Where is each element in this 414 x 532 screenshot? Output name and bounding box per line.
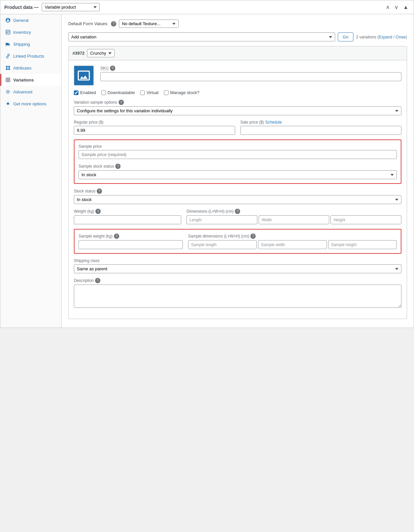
sample-weight-label: Sample weight (kg) xyxy=(78,234,113,239)
product-data-body: General Inventory Shipping Linked Produc… xyxy=(0,14,414,328)
default-form-help-icon[interactable]: ? xyxy=(111,21,116,27)
sidebar-item-label-inventory: Inventory xyxy=(13,30,31,35)
svg-rect-10 xyxy=(6,80,8,82)
sample-weight-label-row: Sample weight (kg) ? xyxy=(78,234,183,239)
height-input[interactable] xyxy=(331,215,401,224)
sale-price-input[interactable] xyxy=(240,126,402,135)
description-help-icon[interactable]: ? xyxy=(95,278,100,283)
manage-stock-checkbox-label[interactable]: Manage stock? xyxy=(164,90,199,95)
sample-stock-label-row: Sample stock status ? xyxy=(78,164,397,169)
variation-sample-help-icon[interactable]: ? xyxy=(119,100,124,105)
sample-price-label: Sample price xyxy=(78,144,102,149)
variation-image[interactable] xyxy=(74,66,94,85)
sample-dimensions-field: Sample dimensions (L×W×H) (cm) ? xyxy=(188,234,397,249)
stock-status-help-icon[interactable]: ? xyxy=(97,188,102,194)
enabled-checkbox-label[interactable]: Enabled xyxy=(74,90,96,95)
sample-length-input[interactable] xyxy=(188,240,257,249)
sidebar-item-linked-products[interactable]: Linked Products xyxy=(0,50,61,62)
close-link[interactable]: Close xyxy=(395,35,406,39)
sale-price-field: Sale price ($) Schedule xyxy=(240,120,402,135)
shipping-icon xyxy=(5,41,11,47)
sidebar-item-label-get-more-options: Get more options xyxy=(13,101,46,106)
sidebar-item-label-variations: Variations xyxy=(13,78,34,82)
sidebar-item-inventory[interactable]: Inventory xyxy=(0,26,61,38)
nav-up-button[interactable]: ∧ xyxy=(385,3,391,11)
nav-down-button[interactable]: ∨ xyxy=(393,3,400,11)
sidebar-item-label-general: General xyxy=(13,18,28,23)
product-data-sidebar: General Inventory Shipping Linked Produc… xyxy=(0,14,62,328)
attributes-icon xyxy=(5,65,11,71)
sidebar-item-label-shipping: Shipping xyxy=(13,42,30,47)
product-data-label: Product data — xyxy=(4,5,38,10)
sample-height-input[interactable] xyxy=(328,240,397,249)
product-type-select[interactable]: Variable product Simple product Grouped … xyxy=(42,3,100,11)
stock-status-select[interactable]: In stock Out of stock On backorder xyxy=(74,195,401,204)
sample-stock-select[interactable]: In stock Out of stock On backorder xyxy=(78,170,397,179)
weight-help-icon[interactable]: ? xyxy=(95,209,101,214)
shipping-class-select[interactable]: Same as parent No shipping class xyxy=(74,264,401,273)
sample-weight-help-icon[interactable]: ? xyxy=(114,234,119,239)
svg-rect-6 xyxy=(6,68,8,70)
default-form-select[interactable]: No default Texture... xyxy=(119,20,179,28)
sample-stock-help-icon[interactable]: ? xyxy=(115,164,121,169)
sidebar-item-get-more-options[interactable]: Get more options xyxy=(0,98,61,110)
nav-collapse-button[interactable]: ▲ xyxy=(402,4,410,11)
length-input[interactable] xyxy=(186,215,257,224)
sku-label: SKU xyxy=(100,66,109,71)
sample-width-input[interactable] xyxy=(258,240,327,249)
variation-sample-label: Variation sample options xyxy=(74,100,117,105)
variation-header: #3972 Crunchy xyxy=(69,46,407,60)
variation-sample-select[interactable]: Configure the settings for this variatio… xyxy=(74,106,401,115)
inventory-icon xyxy=(5,29,11,35)
variation-item: #3972 Crunchy xyxy=(68,46,407,319)
weight-input[interactable] xyxy=(74,215,181,224)
variation-name-select[interactable]: Crunchy xyxy=(87,49,115,57)
weight-label-row: Weight (kg) ? xyxy=(74,209,181,214)
sidebar-item-attributes[interactable]: Attributes xyxy=(0,62,61,74)
sidebar-item-shipping[interactable]: Shipping xyxy=(0,38,61,50)
variations-icon xyxy=(5,77,11,82)
enabled-checkbox[interactable] xyxy=(74,90,78,95)
sidebar-item-advanced[interactable]: Advanced xyxy=(0,86,61,98)
virtual-checkbox[interactable] xyxy=(140,90,145,95)
width-input[interactable] xyxy=(259,215,330,224)
sample-dimensions-label-row: Sample dimensions (L×W×H) (cm) ? xyxy=(188,234,397,239)
variation-body: SKU ? Enabled xyxy=(69,60,407,319)
default-form-row: Default Form Values: ? No default Textur… xyxy=(68,20,407,28)
sidebar-item-general[interactable]: General xyxy=(0,14,61,26)
svg-rect-9 xyxy=(8,78,10,80)
weight-field: Weight (kg) ? xyxy=(74,209,181,224)
stock-status-field: Stock status ? In stock Out of stock On … xyxy=(74,188,401,204)
expand-link[interactable]: Expand xyxy=(379,35,392,39)
add-variation-select[interactable]: Add variation xyxy=(68,32,335,41)
downloadable-checkbox-label[interactable]: Downloadable xyxy=(101,90,135,95)
sample-dimensions-help-icon[interactable]: ? xyxy=(250,234,256,239)
sidebar-item-variations[interactable]: Variations xyxy=(0,74,61,86)
general-icon xyxy=(5,18,11,23)
sale-price-label-row: Sale price ($) Schedule xyxy=(240,120,402,125)
sample-weight-dims-section: Sample weight (kg) ? Sample dimensions (… xyxy=(74,229,401,254)
manage-stock-label: Manage stock? xyxy=(170,90,199,95)
schedule-link[interactable]: Schedule xyxy=(265,120,282,125)
svg-point-3 xyxy=(9,45,10,46)
virtual-checkbox-label[interactable]: Virtual xyxy=(140,90,159,95)
downloadable-checkbox[interactable] xyxy=(101,90,106,95)
go-button[interactable]: Go xyxy=(338,32,353,41)
description-textarea[interactable] xyxy=(74,285,401,308)
advanced-icon xyxy=(5,89,11,94)
sku-input[interactable] xyxy=(100,72,401,81)
sidebar-item-label-advanced: Advanced xyxy=(13,89,32,94)
sample-weight-dims-row: Sample weight (kg) ? Sample dimensions (… xyxy=(78,234,397,249)
dimensions-help-icon[interactable]: ? xyxy=(235,209,240,214)
manage-stock-checkbox[interactable] xyxy=(164,90,169,95)
sku-help-icon[interactable]: ? xyxy=(110,66,115,71)
sample-price-input[interactable] xyxy=(78,150,397,159)
checkboxes-row: Enabled Downloadable Virtual Manage xyxy=(74,90,401,95)
regular-price-input[interactable] xyxy=(74,126,235,135)
sample-weight-input[interactable] xyxy=(78,240,183,249)
description-label: Description xyxy=(74,278,94,283)
regular-price-label: Regular price ($) xyxy=(74,120,103,125)
regular-price-field: Regular price ($) xyxy=(74,120,235,135)
shipping-class-field: Shipping class Same as parent No shippin… xyxy=(74,258,401,273)
downloadable-label: Downloadable xyxy=(108,90,135,95)
